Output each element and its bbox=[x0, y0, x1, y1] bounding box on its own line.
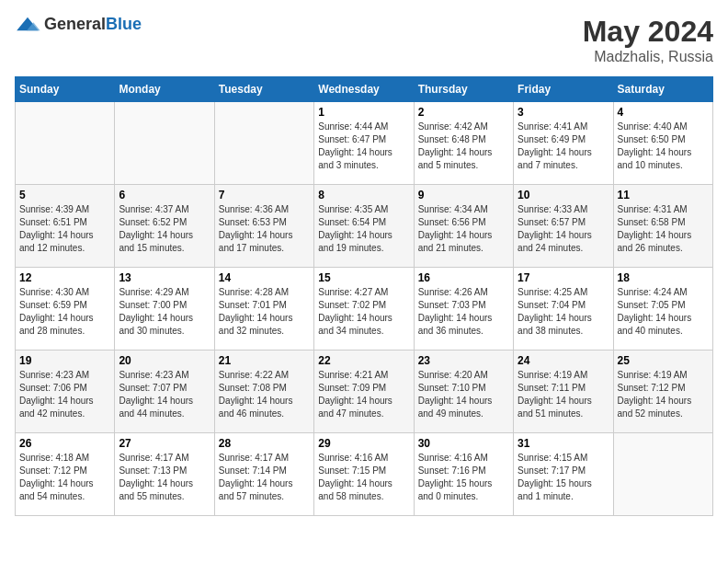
logo-blue: Blue bbox=[106, 15, 142, 33]
day-info: Sunrise: 4:27 AM Sunset: 7:02 PM Dayligh… bbox=[318, 286, 409, 338]
day-number: 20 bbox=[119, 354, 210, 367]
day-info: Sunrise: 4:19 AM Sunset: 7:12 PM Dayligh… bbox=[618, 369, 709, 420]
day-info: Sunrise: 4:30 AM Sunset: 6:59 PM Dayligh… bbox=[19, 286, 110, 338]
day-number: 23 bbox=[418, 354, 509, 367]
day-info: Sunrise: 4:24 AM Sunset: 7:05 PM Dayligh… bbox=[618, 286, 709, 338]
calendar-table: SundayMondayTuesdayWednesdayThursdayFrid… bbox=[15, 76, 713, 516]
calendar-day-cell bbox=[115, 102, 214, 185]
calendar-day-cell: 31Sunrise: 4:15 AM Sunset: 7:17 PM Dayli… bbox=[514, 433, 613, 516]
day-number: 5 bbox=[19, 189, 110, 201]
day-info: Sunrise: 4:19 AM Sunset: 7:11 PM Dayligh… bbox=[518, 369, 609, 420]
day-number: 17 bbox=[518, 271, 609, 284]
day-number: 3 bbox=[518, 106, 609, 119]
calendar-week-row: 12Sunrise: 4:30 AM Sunset: 6:59 PM Dayli… bbox=[16, 268, 713, 350]
calendar-day-cell: 8Sunrise: 4:35 AM Sunset: 6:54 PM Daylig… bbox=[314, 185, 414, 268]
calendar-day-cell bbox=[214, 102, 313, 185]
day-number: 31 bbox=[518, 437, 609, 450]
calendar-day-cell: 10Sunrise: 4:33 AM Sunset: 6:57 PM Dayli… bbox=[514, 185, 613, 268]
calendar-day-cell: 6Sunrise: 4:37 AM Sunset: 6:52 PM Daylig… bbox=[115, 185, 214, 268]
day-number: 22 bbox=[318, 354, 409, 367]
day-info: Sunrise: 4:16 AM Sunset: 7:15 PM Dayligh… bbox=[318, 452, 409, 503]
calendar-day-cell: 18Sunrise: 4:24 AM Sunset: 7:05 PM Dayli… bbox=[613, 268, 712, 350]
month-year: May 2024 bbox=[583, 15, 713, 49]
calendar-week-row: 26Sunrise: 4:18 AM Sunset: 7:12 PM Dayli… bbox=[16, 433, 713, 516]
day-info: Sunrise: 4:28 AM Sunset: 7:01 PM Dayligh… bbox=[219, 286, 310, 338]
calendar-day-cell: 16Sunrise: 4:26 AM Sunset: 7:03 PM Dayli… bbox=[414, 268, 513, 350]
day-info: Sunrise: 4:20 AM Sunset: 7:10 PM Dayligh… bbox=[418, 369, 509, 420]
calendar-day-cell bbox=[613, 433, 712, 516]
day-info: Sunrise: 4:40 AM Sunset: 6:50 PM Dayligh… bbox=[618, 121, 709, 172]
calendar-body: 1Sunrise: 4:44 AM Sunset: 6:47 PM Daylig… bbox=[16, 102, 713, 516]
calendar-day-cell: 15Sunrise: 4:27 AM Sunset: 7:02 PM Dayli… bbox=[314, 268, 414, 350]
day-info: Sunrise: 4:39 AM Sunset: 6:51 PM Dayligh… bbox=[19, 203, 110, 255]
day-info: Sunrise: 4:25 AM Sunset: 7:04 PM Dayligh… bbox=[518, 286, 609, 338]
calendar-day-cell: 7Sunrise: 4:36 AM Sunset: 6:53 PM Daylig… bbox=[214, 185, 313, 268]
day-info: Sunrise: 4:35 AM Sunset: 6:54 PM Dayligh… bbox=[318, 203, 409, 255]
calendar-week-row: 5Sunrise: 4:39 AM Sunset: 6:51 PM Daylig… bbox=[16, 185, 713, 268]
title-block: May 2024 Madzhalis, Russia bbox=[583, 15, 713, 65]
day-info: Sunrise: 4:15 AM Sunset: 7:17 PM Dayligh… bbox=[518, 452, 609, 503]
calendar-day-cell: 20Sunrise: 4:23 AM Sunset: 7:07 PM Dayli… bbox=[115, 350, 214, 433]
location: Madzhalis, Russia bbox=[583, 49, 713, 65]
calendar-day-cell: 25Sunrise: 4:19 AM Sunset: 7:12 PM Dayli… bbox=[613, 350, 712, 433]
calendar-day-cell: 9Sunrise: 4:34 AM Sunset: 6:56 PM Daylig… bbox=[414, 185, 513, 268]
day-info: Sunrise: 4:36 AM Sunset: 6:53 PM Dayligh… bbox=[219, 203, 310, 255]
weekday-header-cell: Saturday bbox=[613, 77, 712, 102]
logo: GeneralBlue bbox=[15, 15, 142, 34]
calendar-day-cell: 27Sunrise: 4:17 AM Sunset: 7:13 PM Dayli… bbox=[115, 433, 214, 516]
day-number: 8 bbox=[318, 189, 409, 201]
day-number: 29 bbox=[318, 437, 409, 450]
weekday-header-cell: Thursday bbox=[414, 77, 513, 102]
calendar-day-cell: 17Sunrise: 4:25 AM Sunset: 7:04 PM Dayli… bbox=[514, 268, 613, 350]
day-number: 26 bbox=[19, 437, 110, 450]
day-number: 2 bbox=[418, 106, 509, 119]
calendar-day-cell: 11Sunrise: 4:31 AM Sunset: 6:58 PM Dayli… bbox=[613, 185, 712, 268]
weekday-header-row: SundayMondayTuesdayWednesdayThursdayFrid… bbox=[16, 77, 713, 102]
day-number: 11 bbox=[618, 189, 709, 201]
weekday-header-cell: Sunday bbox=[16, 77, 115, 102]
day-number: 19 bbox=[19, 354, 110, 367]
logo-icon bbox=[15, 16, 40, 34]
day-info: Sunrise: 4:29 AM Sunset: 7:00 PM Dayligh… bbox=[119, 286, 210, 338]
calendar-day-cell: 1Sunrise: 4:44 AM Sunset: 6:47 PM Daylig… bbox=[314, 102, 414, 185]
day-number: 21 bbox=[219, 354, 310, 367]
calendar-day-cell: 29Sunrise: 4:16 AM Sunset: 7:15 PM Dayli… bbox=[314, 433, 414, 516]
day-number: 27 bbox=[119, 437, 210, 450]
calendar-week-row: 1Sunrise: 4:44 AM Sunset: 6:47 PM Daylig… bbox=[16, 102, 713, 185]
day-info: Sunrise: 4:26 AM Sunset: 7:03 PM Dayligh… bbox=[418, 286, 509, 338]
day-info: Sunrise: 4:17 AM Sunset: 7:14 PM Dayligh… bbox=[219, 452, 310, 503]
calendar-day-cell: 23Sunrise: 4:20 AM Sunset: 7:10 PM Dayli… bbox=[414, 350, 513, 433]
calendar-day-cell: 5Sunrise: 4:39 AM Sunset: 6:51 PM Daylig… bbox=[16, 185, 115, 268]
day-number: 24 bbox=[518, 354, 609, 367]
calendar-day-cell: 2Sunrise: 4:42 AM Sunset: 6:48 PM Daylig… bbox=[414, 102, 513, 185]
day-number: 30 bbox=[418, 437, 509, 450]
calendar-week-row: 19Sunrise: 4:23 AM Sunset: 7:06 PM Dayli… bbox=[16, 350, 713, 433]
day-number: 28 bbox=[219, 437, 310, 450]
day-number: 7 bbox=[219, 189, 310, 201]
day-info: Sunrise: 4:21 AM Sunset: 7:09 PM Dayligh… bbox=[318, 369, 409, 420]
day-number: 25 bbox=[618, 354, 709, 367]
day-info: Sunrise: 4:42 AM Sunset: 6:48 PM Dayligh… bbox=[418, 121, 509, 172]
day-info: Sunrise: 4:17 AM Sunset: 7:13 PM Dayligh… bbox=[119, 452, 210, 503]
calendar-day-cell: 22Sunrise: 4:21 AM Sunset: 7:09 PM Dayli… bbox=[314, 350, 414, 433]
day-info: Sunrise: 4:44 AM Sunset: 6:47 PM Dayligh… bbox=[318, 121, 409, 172]
day-info: Sunrise: 4:18 AM Sunset: 7:12 PM Dayligh… bbox=[19, 452, 110, 503]
calendar-day-cell: 28Sunrise: 4:17 AM Sunset: 7:14 PM Dayli… bbox=[214, 433, 313, 516]
day-info: Sunrise: 4:23 AM Sunset: 7:07 PM Dayligh… bbox=[119, 369, 210, 420]
day-info: Sunrise: 4:16 AM Sunset: 7:16 PM Dayligh… bbox=[418, 452, 509, 503]
calendar-day-cell: 4Sunrise: 4:40 AM Sunset: 6:50 PM Daylig… bbox=[613, 102, 712, 185]
calendar-day-cell: 26Sunrise: 4:18 AM Sunset: 7:12 PM Dayli… bbox=[16, 433, 115, 516]
weekday-header-cell: Wednesday bbox=[314, 77, 414, 102]
weekday-header-cell: Friday bbox=[514, 77, 613, 102]
calendar-day-cell: 14Sunrise: 4:28 AM Sunset: 7:01 PM Dayli… bbox=[214, 268, 313, 350]
day-info: Sunrise: 4:37 AM Sunset: 6:52 PM Dayligh… bbox=[119, 203, 210, 255]
day-number: 15 bbox=[318, 271, 409, 284]
calendar-day-cell: 13Sunrise: 4:29 AM Sunset: 7:00 PM Dayli… bbox=[115, 268, 214, 350]
day-number: 10 bbox=[518, 189, 609, 201]
weekday-header-cell: Tuesday bbox=[214, 77, 313, 102]
day-number: 13 bbox=[119, 271, 210, 284]
calendar-day-cell: 19Sunrise: 4:23 AM Sunset: 7:06 PM Dayli… bbox=[16, 350, 115, 433]
day-number: 14 bbox=[219, 271, 310, 284]
page-header: GeneralBlue May 2024 Madzhalis, Russia bbox=[15, 15, 713, 65]
day-info: Sunrise: 4:31 AM Sunset: 6:58 PM Dayligh… bbox=[618, 203, 709, 255]
